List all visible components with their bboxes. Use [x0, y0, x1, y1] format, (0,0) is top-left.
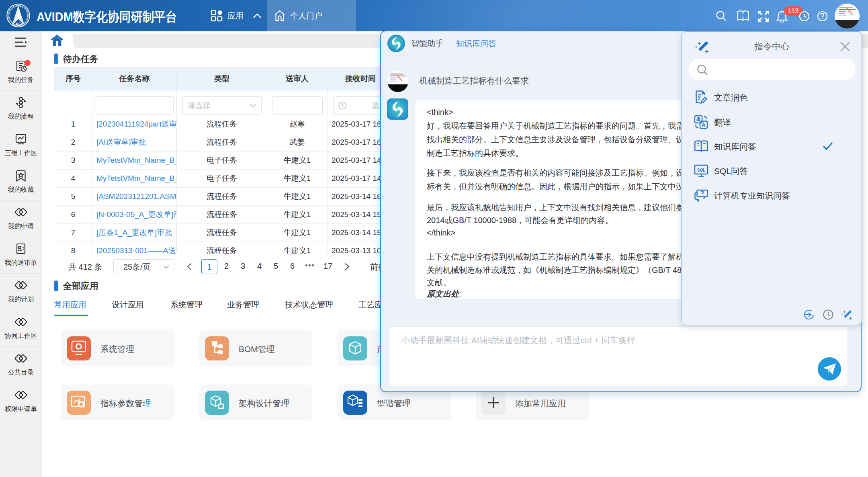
svg-text:CASC: CASC [12, 22, 25, 27]
svg-text:SQL: SQL [697, 168, 706, 172]
